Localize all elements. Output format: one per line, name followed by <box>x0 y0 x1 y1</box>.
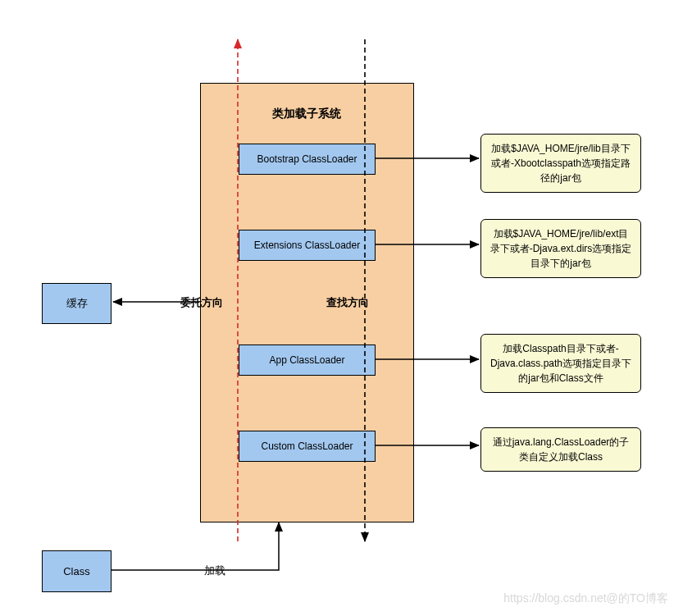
cache-box: 缓存 <box>42 283 112 324</box>
extensions-desc-box: 加载$JAVA_HOME/jre/lib/ext目录下或者-Djava.ext.… <box>480 219 641 278</box>
delegate-direction-label: 委托方向 <box>180 295 223 310</box>
extensions-classloader-box: Extensions ClassLoader <box>239 230 376 261</box>
load-label: 加载 <box>204 564 225 578</box>
lookup-direction-label: 查找方向 <box>326 295 369 310</box>
diagram-canvas: 类加载子系统 Bootstrap ClassLoader Extensions … <box>0 0 683 616</box>
class-box: Class <box>42 550 112 592</box>
bootstrap-desc-box: 加载$JAVA_HOME/jre/lib目录下或者-Xbootclasspath… <box>480 134 641 193</box>
main-title: 类加载子系统 <box>200 107 412 121</box>
custom-classloader-box: Custom ClassLoader <box>239 431 376 462</box>
app-classloader-box: App ClassLoader <box>239 345 376 376</box>
app-desc-box: 加载Classpath目录下或者-Djava.class.path选项指定目录下… <box>480 334 641 393</box>
bootstrap-classloader-box: Bootstrap ClassLoader <box>239 144 376 175</box>
arrow-class-load <box>112 522 279 570</box>
custom-desc-box: 通过java.lang.ClassLoader的子类自定义加载Class <box>480 427 641 472</box>
watermark-text: https://blog.csdn.net@的TO博客 <box>503 591 668 606</box>
